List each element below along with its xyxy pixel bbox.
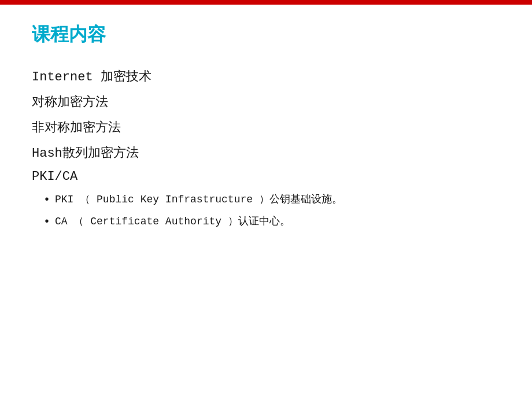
- page-content: 课程内容 Internet 加密技术 对称加密方法 非对称加密方法 Hash散列…: [0, 5, 532, 253]
- main-items-list: Internet 加密技术 对称加密方法 非对称加密方法 Hash散列加密方法 …: [32, 68, 500, 184]
- sub-item-2: • CA （ Certificate Authority ）认证中心。: [43, 214, 500, 230]
- sub-item-1-text: PKI （ Public Key Infrastructure ）公钥基础设施。: [55, 192, 342, 208]
- bullet-2: •: [43, 214, 50, 230]
- sub-items-list: • PKI （ Public Key Infrastructure ）公钥基础设…: [43, 192, 500, 230]
- sub-item-1: • PKI （ Public Key Infrastructure ）公钥基础设…: [43, 192, 500, 208]
- sub-item-2-text: CA （ Certificate Authority ）认证中心。: [55, 214, 290, 230]
- page-title: 课程内容: [32, 22, 500, 47]
- bullet-1: •: [43, 192, 50, 208]
- top-bar: [0, 0, 532, 5]
- main-item-3: 非对称加密方法: [32, 119, 500, 136]
- main-item-1: Internet 加密技术: [32, 68, 500, 85]
- main-item-4: Hash散列加密方法: [32, 144, 500, 161]
- main-item-2: 对称加密方法: [32, 93, 500, 110]
- main-item-5: PKI/CA: [32, 169, 500, 184]
